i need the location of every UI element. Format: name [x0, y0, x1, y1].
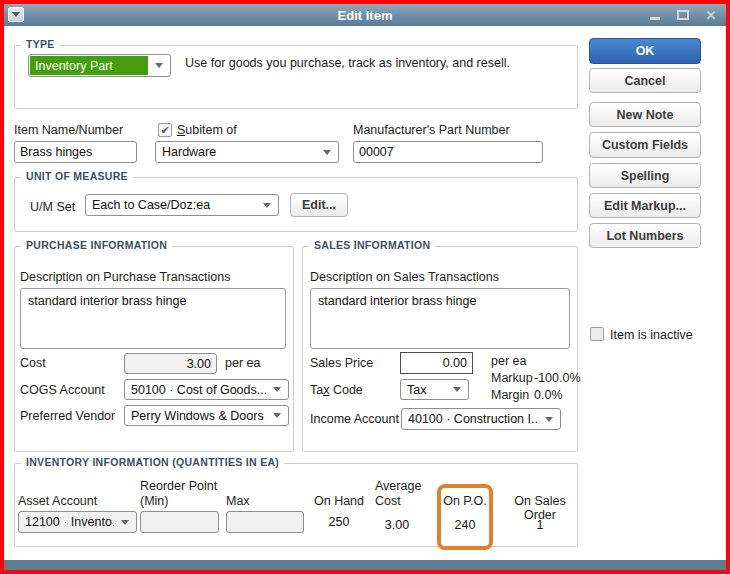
parent-item-dropdown[interactable]: Hardware — [155, 141, 339, 163]
on-sales-order-value: 1 — [498, 518, 582, 532]
title-bar: Edit Item ✕ — [4, 4, 726, 26]
tax-code-value: Tax — [401, 383, 446, 397]
markup-label: Markup — [491, 371, 533, 385]
cost-input[interactable] — [124, 353, 217, 374]
item-type-dropdown[interactable]: Inventory Part — [28, 54, 171, 77]
chevron-down-icon[interactable] — [256, 195, 278, 215]
tax-code-dropdown[interactable]: Tax — [400, 379, 469, 400]
subitem-label: Subitem of — [177, 123, 237, 137]
chevron-down-icon[interactable] — [148, 55, 170, 76]
preferred-vendor-label: Preferred Vendor — [20, 409, 115, 423]
ok-button[interactable]: OK — [589, 38, 701, 64]
preferred-vendor-value: Perry Windows & Doors — [125, 409, 266, 423]
chevron-down-icon[interactable] — [266, 406, 288, 425]
inventory-groupbox: INVENTORY INFORMATION (QUANTITIES IN EA) — [14, 463, 578, 547]
tax-code-label: Tax Code — [310, 383, 363, 397]
lot-numbers-button[interactable]: Lot Numbers — [589, 223, 701, 248]
minimize-icon[interactable] — [648, 8, 662, 22]
sales-price-unit-label: per ea — [491, 354, 526, 368]
item-name-input[interactable] — [14, 141, 137, 163]
purchase-description-label: Description on Purchase Transactions — [20, 270, 231, 284]
reorder-point-label-line1: Reorder Point — [140, 479, 217, 493]
chevron-down-icon — [12, 12, 20, 17]
parent-item-value: Hardware — [156, 145, 316, 159]
window-title: Edit Item — [4, 8, 726, 23]
system-menu-icon[interactable] — [8, 7, 24, 22]
average-cost-label-line2: Cost — [375, 494, 425, 508]
income-account-value: 40100 · Construction I... — [402, 412, 538, 426]
margin-label: Margin — [491, 388, 529, 402]
on-po-value: 240 — [437, 518, 493, 532]
item-name-label: Item Name/Number — [14, 123, 123, 137]
edit-item-window: Edit Item ✕ TYPE Inventory Part Use for … — [0, 0, 730, 574]
window-bottom-edge — [4, 560, 726, 570]
cost-unit-label: per ea — [225, 356, 260, 370]
cancel-button[interactable]: Cancel — [589, 68, 701, 93]
um-edit-button[interactable]: Edit... — [290, 193, 348, 217]
sales-legend: SALES INFORMATION — [309, 239, 435, 251]
preferred-vendor-dropdown[interactable]: Perry Windows & Doors — [124, 405, 289, 426]
custom-fields-button[interactable]: Custom Fields — [589, 132, 701, 158]
sales-description-label: Description on Sales Transactions — [310, 270, 499, 284]
sales-price-input[interactable] — [400, 352, 473, 374]
income-account-label: Income Account — [310, 412, 399, 426]
max-label: Max — [226, 494, 250, 508]
close-icon[interactable]: ✕ — [704, 8, 718, 22]
asset-account-dropdown[interactable]: 12100 · Invento... — [18, 511, 137, 533]
purchase-description-input[interactable]: standard interior brass hinge — [20, 288, 286, 349]
um-set-dropdown[interactable]: Each to Case/Doz:ea — [85, 194, 279, 216]
on-hand-label: On Hand — [312, 494, 366, 508]
inventory-legend: INVENTORY INFORMATION (QUANTITIES IN EA) — [21, 456, 284, 468]
type-legend: TYPE — [21, 38, 60, 50]
item-type-value: Inventory Part — [30, 56, 148, 75]
reorder-point-input[interactable] — [140, 511, 219, 533]
average-cost-label-line1: Average — [375, 479, 425, 493]
new-note-button[interactable]: New Note — [589, 102, 701, 127]
margin-value: 0.0% — [534, 388, 563, 402]
cogs-account-value: 50100 · Cost of Goods... — [125, 383, 266, 397]
spelling-button[interactable]: Spelling — [589, 163, 701, 188]
asset-account-value: 12100 · Invento... — [19, 515, 114, 529]
sales-price-label: Sales Price — [310, 356, 373, 370]
on-hand-value: 250 — [312, 515, 366, 529]
purchase-legend: PURCHASE INFORMATION — [21, 239, 172, 251]
edit-markup-button[interactable]: Edit Markup... — [589, 193, 701, 218]
subitem-checkbox[interactable]: ✔ — [158, 123, 172, 137]
type-description: Use for goods you purchase, track as inv… — [185, 56, 510, 70]
average-cost-value: 3.00 — [373, 518, 421, 532]
cogs-account-label: COGS Account — [20, 383, 105, 397]
sales-description-input[interactable]: standard interior brass hinge — [310, 288, 570, 349]
um-set-value: Each to Case/Doz:ea — [86, 198, 256, 212]
mpn-label: Manufacturer's Part Number — [353, 123, 510, 137]
cogs-account-dropdown[interactable]: 50100 · Cost of Goods... — [124, 379, 289, 400]
asset-account-label: Asset Account — [18, 494, 97, 508]
chevron-down-icon[interactable] — [316, 142, 338, 162]
markup-value: -100.0% — [534, 371, 581, 385]
cost-label: Cost — [20, 356, 46, 370]
chevron-down-icon[interactable] — [266, 380, 288, 399]
chevron-down-icon[interactable] — [114, 512, 136, 532]
income-account-dropdown[interactable]: 40100 · Construction I... — [401, 408, 561, 430]
maximize-icon[interactable] — [676, 8, 690, 22]
on-po-label: On P.O. — [437, 494, 493, 508]
uom-legend: UNIT OF MEASURE — [21, 170, 133, 182]
chevron-down-icon[interactable] — [538, 409, 560, 429]
um-set-label: U/M Set — [30, 200, 75, 214]
item-inactive-checkbox[interactable] — [590, 327, 604, 341]
check-icon: ✔ — [160, 125, 169, 136]
chevron-down-icon[interactable] — [446, 380, 468, 399]
mpn-input[interactable] — [353, 141, 543, 163]
reorder-point-label-line2: (Min) — [140, 494, 168, 508]
item-inactive-label: Item is inactive — [610, 328, 693, 342]
window-controls: ✕ — [648, 4, 718, 26]
max-input[interactable] — [226, 511, 304, 533]
